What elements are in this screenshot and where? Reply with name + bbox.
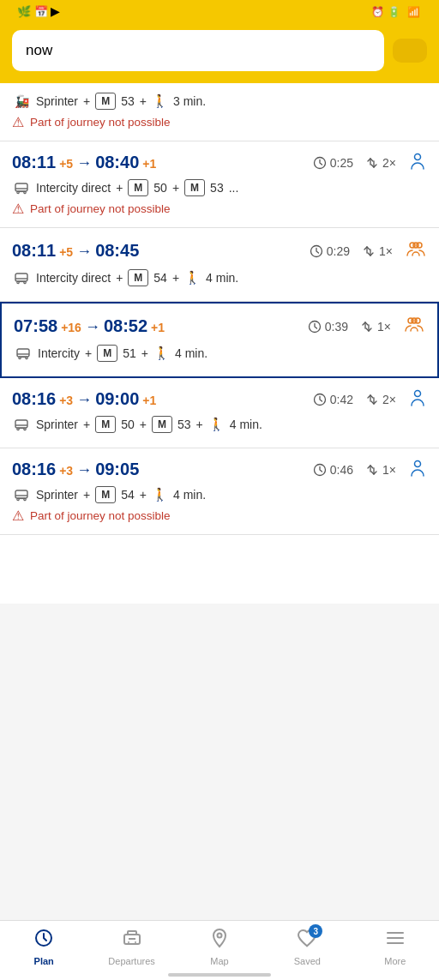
duration-item: 0:42 <box>313 393 353 406</box>
metro-num: 51 <box>123 346 136 360</box>
train-icon <box>12 268 31 287</box>
arr-delay: +1 <box>151 321 165 334</box>
transport-row: Intercity + M 51 +🚶4 min. <box>14 344 425 363</box>
dep-delay: +3 <box>59 394 73 407</box>
transport-name: Sprinter <box>36 488 78 502</box>
person-icon <box>408 152 427 173</box>
nav-saved[interactable]: 3 Saved <box>273 928 341 966</box>
warning-triangle-icon: ⚠ <box>12 201 24 217</box>
departure-box[interactable]: now <box>12 30 384 71</box>
transport-row: Intercity direct + M 54 +🚶4 min. <box>12 268 427 287</box>
transfers-item: 1× <box>365 463 396 477</box>
walk-icon: 🚶 <box>184 270 201 286</box>
metro-num: 54 <box>121 488 135 502</box>
duration: 0:39 <box>325 320 348 334</box>
dep-time: 07:58 <box>14 316 57 336</box>
transfers-item: 2× <box>365 156 396 170</box>
meta-row: 0:39 1× <box>308 314 425 339</box>
duration-item: 0:29 <box>310 244 350 258</box>
person-icon <box>405 238 427 263</box>
partial-journey-card[interactable]: 🚂 Sprinter + M 53 + 🚶 3 min. ⚠ Part of j… <box>0 83 439 141</box>
dep-time: 08:11 <box>12 153 56 172</box>
transfers-item: 1× <box>362 244 393 258</box>
walk-time: 4 min. <box>206 271 238 285</box>
arr-time: 08:52 <box>104 316 147 336</box>
meta-row: 0:29 1× <box>310 238 427 263</box>
warning-triangle-icon: ⚠ <box>12 114 24 130</box>
saved-badge: 3 <box>309 924 322 938</box>
nav-more[interactable]: More <box>361 928 430 966</box>
departure-value: now <box>26 42 52 58</box>
svg-point-33 <box>415 461 421 467</box>
nav-more-label: More <box>384 956 406 966</box>
transfers: 1× <box>382 463 396 477</box>
svg-rect-11 <box>15 274 27 281</box>
transport-row: 🚂 Sprinter + M 53 + 🚶 3 min. <box>12 92 427 111</box>
walk-time: 4 min. <box>175 346 207 360</box>
train-icon <box>12 415 31 434</box>
status-right: ⏰ 🔋 📶 <box>371 6 427 18</box>
warning-triangle-icon: ⚠ <box>12 508 24 524</box>
metro-badge: M <box>128 179 148 196</box>
nav-map[interactable]: Map <box>185 928 254 966</box>
status-left: 🌿 📅 ▶ <box>12 5 59 18</box>
metro-badge: M <box>152 416 172 433</box>
dep-delay: +16 <box>61 321 81 334</box>
nav-plan[interactable]: Plan <box>9 928 78 966</box>
warning-row: ⚠ Part of journey not possible <box>12 508 427 524</box>
options-button[interactable] <box>393 39 427 63</box>
transport-name: Intercity direct <box>36 271 111 285</box>
arr-time: 08:45 <box>95 241 139 261</box>
journey-card-0[interactable]: 08:11 +5 → 08:40 +1 0:25 <box>0 141 439 228</box>
journey-times: 07:58 +16 → 08:52 +1 <box>14 316 165 336</box>
duration: 0:42 <box>330 393 353 406</box>
transfers: 2× <box>382 393 396 406</box>
arr-delay: +1 <box>142 157 156 171</box>
metro-num: 50 <box>153 181 167 195</box>
dep-delay: +5 <box>59 157 73 171</box>
warning-text: Part of journey not possible <box>30 509 171 522</box>
svg-point-44 <box>217 934 221 938</box>
home-indicator <box>168 973 271 977</box>
arrow-icon: → <box>85 318 100 336</box>
time-row: 08:16 +3 → 09:00 +1 0:42 <box>12 388 427 410</box>
metro-badge-M: M <box>95 93 116 110</box>
arrow-icon: → <box>76 243 92 261</box>
transport-name: Sprinter <box>36 94 78 108</box>
metro-num: 54 <box>153 271 167 285</box>
arr-time: 08:40 <box>95 153 139 172</box>
metro-badge: M <box>97 345 117 362</box>
journey-card-4[interactable]: 08:16 +3 → 09:05 0:46 <box>0 448 439 535</box>
nav-plan-label: Plan <box>34 956 54 966</box>
nav-departures-label: Departures <box>108 956 154 966</box>
meta-row: 0:25 2× <box>313 152 427 173</box>
duration: 0:46 <box>330 463 353 477</box>
metro-badge: M <box>95 486 116 503</box>
metro-badge: M <box>184 179 205 196</box>
svg-point-1 <box>415 154 421 160</box>
time-row: 07:58 +16 → 08:52 +1 0:39 <box>14 314 425 339</box>
walk-time: 4 min. <box>230 418 262 431</box>
walk-label: 3 min. <box>173 94 206 108</box>
transport-row: Intercity direct + M 50+M 53 ... <box>12 178 427 197</box>
metro-num: 50 <box>121 418 135 431</box>
svg-rect-34 <box>15 490 27 498</box>
journey-times: 08:11 +5 → 08:45 <box>12 241 139 261</box>
duration-item: 0:25 <box>313 156 353 170</box>
journey-card-2[interactable]: 07:58 +16 → 08:52 +1 0:39 <box>0 302 439 378</box>
svg-point-42 <box>128 941 129 943</box>
nav-saved-label: Saved <box>294 956 321 966</box>
duration: 0:29 <box>327 244 350 258</box>
metro-num: 53 <box>121 94 135 108</box>
nav-departures[interactable]: Departures <box>98 928 166 966</box>
header: now <box>0 21 439 83</box>
metro-num: 53 <box>177 418 191 431</box>
journey-card-3[interactable]: 08:16 +3 → 09:00 +1 0:42 <box>0 378 439 448</box>
train-icon <box>14 344 33 363</box>
journey-card-1[interactable]: 08:11 +5 → 08:45 0:29 <box>0 228 439 302</box>
walk-icon: 🚶 <box>208 417 225 432</box>
journey-times: 08:11 +5 → 08:40 +1 <box>12 153 156 172</box>
walk-icon: 🚶 <box>152 93 168 109</box>
duration: 0:25 <box>330 156 353 170</box>
transfers: 1× <box>379 244 393 258</box>
